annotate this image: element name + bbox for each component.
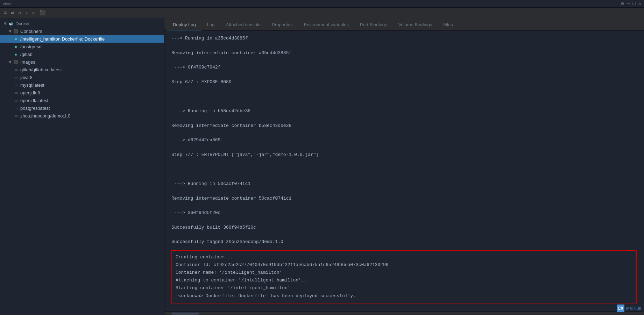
stop-icon[interactable]: ⬛ [38, 9, 47, 16]
main-layout: ▼ 🐋 Docker ▼ ⬛ Containers ■ /intelligent… [0, 18, 644, 315]
back-icon[interactable]: ◁ [24, 9, 29, 16]
log-line-23: Removing intermediate container 50cacf07… [171, 195, 637, 202]
minimize-icon[interactable]: — [627, 1, 630, 7]
log-line-25: ---> 360f94d5f20c [171, 209, 637, 217]
highlighted-line-4: Attaching to container '/intelligent_ham… [176, 277, 633, 284]
sidebar-item-images[interactable]: ▼ ⬛ Images [0, 58, 164, 66]
image-openjdk8-icon: ▭ [13, 90, 19, 95]
log-line-28 [171, 231, 637, 239]
highlighted-line-1: Creating container... [176, 253, 633, 261]
tab-deploy-log-label: Deploy Log [173, 22, 196, 27]
maximize-icon[interactable]: □ [632, 1, 635, 7]
container-postgresql-icon: ■ [13, 44, 19, 49]
log-line-8 [171, 86, 637, 93]
sidebar-image-postgres-label: postgres:latest [20, 106, 50, 111]
log-line-3: Removing intermediate container a35cd4d3… [171, 50, 637, 57]
log-line-14 [171, 129, 637, 137]
tab-port-bindings-label: Port Bindings [360, 22, 387, 27]
app-title: vices [3, 1, 12, 6]
sidebar-item-openjdk8[interactable]: ▭ openjdk:8 [0, 89, 164, 96]
log-line-17: Step 7/7 : ENTRYPOINT ["java","-jar","de… [171, 151, 637, 159]
sidebar-item-postgresql[interactable]: ■ /postgresql [0, 43, 164, 50]
settings-icon[interactable]: ⚙ [621, 1, 624, 7]
images-arrow: ▼ [8, 59, 13, 65]
tab-properties[interactable]: Properties [266, 19, 298, 30]
tab-port-bindings[interactable]: Port Bindings [354, 19, 392, 30]
sidebar-item-postgres[interactable]: ▭ postgres:latest [0, 104, 164, 112]
image-openjdk-latest-icon: ▭ [13, 98, 19, 103]
sidebar-item-openjdk-latest[interactable]: ▭ openjdk:latest [0, 96, 164, 104]
content-area: Deploy Log Log Attached console Properti… [164, 18, 644, 315]
sidebar-item-gitlab-ce[interactable]: ▭ gitlab/gitlab-ce:latest [0, 66, 164, 73]
log-line-2 [171, 42, 637, 50]
sidebar-image-demo-label: zhouzhaodong/demo:1.0 [20, 113, 70, 119]
sidebar-item-containers[interactable]: ▼ ⬛ Containers [0, 27, 164, 35]
tab-attached-console[interactable]: Attached console [220, 19, 266, 30]
log-line-7: Step 6/7 : EXPOSE 8080 [171, 79, 637, 86]
sidebar-image-java8-label: java:8 [20, 75, 33, 80]
sidebar-item-java8[interactable]: ▭ java:8 [0, 73, 164, 81]
log-line-10 [171, 100, 637, 108]
image-demo-icon: ▭ [13, 113, 19, 118]
tab-attached-console-label: Attached console [226, 22, 261, 27]
sidebar-image-openjdk-latest-label: openjdk:latest [20, 98, 48, 103]
image-postgres-icon: ▭ [13, 106, 19, 110]
container-gitlab-icon: ■ [13, 52, 19, 57]
docker-icon: 🐋 [8, 21, 14, 26]
tab-volume-bindings[interactable]: Volume Bindings [392, 19, 438, 30]
tab-log[interactable]: Log [201, 19, 220, 30]
log-line-29: Successfully tagged zhouzhaodong/demo:1.… [171, 238, 637, 246]
log-line-22 [171, 188, 637, 195]
log-line-13: Removing intermediate container b58ec42d… [171, 122, 637, 130]
sidebar-docker-label: Docker [15, 21, 30, 26]
split-icon[interactable]: ⇄ [10, 9, 15, 16]
log-line-21: ---> Running in 50cacf0741c1 [171, 180, 637, 188]
log-line-6 [171, 71, 637, 79]
log-line-26 [171, 217, 637, 224]
refresh-icon[interactable]: ↻ [17, 9, 22, 16]
tab-properties-label: Properties [272, 22, 292, 27]
log-line-20 [171, 173, 637, 180]
log-line-5: ---> 0f4709c7942f [171, 64, 637, 71]
log-line-11: ---> Running in b58ec42dbe38 [171, 108, 637, 115]
horizontal-scrollbar[interactable] [171, 313, 199, 315]
close-icon[interactable]: ✕ [638, 1, 641, 7]
image-mysql-icon: ▭ [13, 83, 19, 87]
sidebar-image-mysql-label: mysql:latest [20, 83, 44, 88]
container-item-icon: ■ [13, 36, 19, 41]
tab-env-vars[interactable]: Environment variables [298, 19, 354, 30]
tab-deploy-log[interactable]: Deploy Log [167, 19, 201, 30]
tab-files-label: Files [443, 22, 453, 27]
collapse-arrow: ▼ [3, 21, 8, 26]
menu-icon[interactable]: ≡ [3, 9, 8, 16]
highlighted-line-6: '<unknown> Dockerfile: Dockerfile' has b… [176, 292, 633, 300]
bottom-scrollbar-area [164, 312, 644, 315]
containers-icon: ⬛ [13, 29, 19, 34]
log-line-24 [171, 202, 637, 209]
log-line-12 [171, 115, 637, 122]
log-line-27: Successfully built 360f94d5f20c [171, 224, 637, 231]
forward-icon[interactable]: ▷ [31, 9, 36, 16]
log-line-15: ---> d629d42ea869 [171, 137, 637, 144]
sidebar-image-gitlab-ce-label: gitlab/gitlab-ce:latest [20, 67, 62, 72]
image-gitlab-ce-icon: ▭ [13, 67, 19, 72]
sidebar-container-gitlab-label: /gitlab [20, 52, 33, 57]
highlighted-line-2: Container Id: af92c2ae2c277040470e910dbf… [176, 261, 633, 269]
sidebar-item-demo[interactable]: ▭ zhouzhaodong/demo:1.0 [0, 112, 164, 120]
sidebar-item-intelligent-hamilton[interactable]: ■ /intelligent_hamilton Dockerfile: Dock… [0, 35, 164, 43]
log-line-18 [171, 159, 637, 166]
sidebar: ▼ 🐋 Docker ▼ ⬛ Containers ■ /intelligent… [0, 18, 164, 315]
sidebar-images-label: Images [20, 59, 35, 65]
sidebar-containers-label: Containers [20, 29, 42, 34]
watermark-icon: CX [617, 305, 624, 312]
images-icon: ⬛ [13, 59, 19, 64]
sidebar-item-mysql[interactable]: ▭ mysql:latest [0, 81, 164, 89]
watermark-text: 创新互联 [626, 306, 641, 311]
sidebar-item-gitlab[interactable]: ■ /gitlab [0, 50, 164, 58]
tabs-bar: Deploy Log Log Attached console Properti… [164, 18, 644, 31]
watermark: CX 创新互联 [617, 305, 641, 312]
tab-files[interactable]: Files [438, 19, 458, 30]
toolbar: ≡ ⇄ ↻ ◁ ▷ ⬛ [0, 8, 644, 18]
title-bar-controls[interactable]: ⚙ — □ ✕ [621, 1, 641, 7]
sidebar-item-docker[interactable]: ▼ 🐋 Docker [0, 20, 164, 27]
